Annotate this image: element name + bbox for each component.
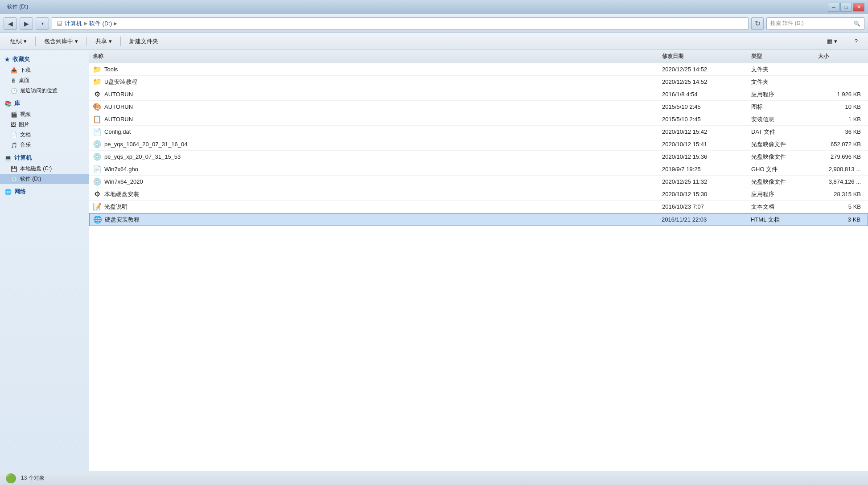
file-name: U盘安装教程: [104, 78, 137, 86]
file-type: 光盘映像文件: [748, 178, 815, 186]
sidebar-item-desktop[interactable]: 🖥 桌面: [0, 75, 89, 86]
back-button[interactable]: ◀: [4, 17, 17, 30]
file-date: 2016/10/23 7:07: [658, 203, 748, 210]
file-type: 安装信息: [748, 115, 815, 123]
sidebar-item-music[interactable]: 🎵 音乐: [0, 140, 89, 150]
file-size: 1,926 KB: [815, 91, 868, 98]
file-icon: 💿: [93, 152, 102, 161]
view-button[interactable]: ▦ ▾: [822, 35, 842, 48]
sidebar-header-computer[interactable]: 💻 计算机: [0, 152, 89, 164]
minimize-button[interactable]: ─: [828, 3, 839, 12]
documents-label: 文档: [20, 131, 31, 139]
table-row[interactable]: 💿pe_yqs_1064_20_07_31_16_042020/10/12 15…: [89, 138, 868, 151]
breadcrumb-dropdown[interactable]: ▶: [114, 21, 117, 26]
search-bar[interactable]: 搜索 软件 (D:) 🔍: [766, 17, 864, 30]
include-label: 包含到库中: [44, 37, 73, 45]
file-type: 应用程序: [748, 90, 815, 99]
sidebar-item-video[interactable]: 🎬 视频: [0, 109, 89, 119]
new-folder-button[interactable]: 新建文件夹: [124, 35, 163, 48]
search-placeholder: 搜索 软件 (D:): [770, 20, 804, 27]
table-row[interactable]: 📁Tools2020/12/25 14:52文件夹: [89, 63, 868, 76]
sidebar-header-favorites[interactable]: ★ 收藏夹: [0, 53, 89, 65]
table-row[interactable]: 🌐硬盘安装教程2016/11/21 22:03HTML 文档3 KB: [89, 213, 868, 226]
network-icon: 🌐: [4, 189, 12, 195]
sidebar-header-library[interactable]: 📚 库: [0, 98, 89, 109]
file-date: 2020/10/12 15:36: [658, 153, 748, 160]
breadcrumb[interactable]: 🖥 计算机 ▶ 软件 (D:) ▶: [52, 17, 749, 30]
sidebar-item-c-drive[interactable]: 💾 本地磁盘 (C:): [0, 164, 89, 174]
file-icon: 🌐: [93, 215, 102, 224]
statusbar: 🟢 13 个对象: [0, 471, 868, 485]
col-date[interactable]: 修改日期: [658, 53, 748, 60]
titlebar: 软件 (D:) ─ □ ✕: [0, 0, 868, 14]
breadcrumb-drive[interactable]: 软件 (D:): [89, 20, 112, 28]
c-drive-icon: 💾: [11, 166, 17, 172]
file-name: Win7x64.gho: [104, 166, 138, 173]
d-drive-icon: 💿: [11, 176, 17, 182]
sidebar: ★ 收藏夹 📥 下载 🖥 桌面 🕐 最近访问的位置 📚 库: [0, 50, 89, 471]
file-list-header: 名称 修改日期 类型 大小: [89, 50, 868, 63]
file-name: 硬盘安装教程: [105, 216, 140, 224]
table-row[interactable]: 📝光盘说明2016/10/23 7:07文本文档5 KB: [89, 201, 868, 213]
download-icon: 📥: [11, 67, 17, 74]
view-dropdown-icon: ▾: [834, 38, 837, 45]
file-date: 2016/1/8 4:54: [658, 91, 748, 98]
breadcrumb-computer[interactable]: 计算机: [65, 20, 82, 28]
table-row[interactable]: 💿Win7x64_20202020/12/25 11:32光盘映像文件3,874…: [89, 176, 868, 188]
file-type: HTML 文档: [747, 216, 814, 224]
file-name: pe_yqs_1064_20_07_31_16_04: [104, 141, 188, 148]
computer-label: 计算机: [14, 154, 32, 162]
file-date: 2016/11/21 22:03: [658, 216, 747, 223]
file-type: 文件夹: [748, 78, 815, 86]
table-row[interactable]: 📋AUTORUN2015/5/10 2:45安装信息1 KB: [89, 113, 868, 126]
file-icon: 🎨: [93, 103, 102, 111]
refresh-button[interactable]: ↻: [751, 17, 764, 30]
file-date: 2020/10/12 15:30: [658, 191, 748, 197]
table-row[interactable]: 📄Config.dat2020/10/12 15:42DAT 文件36 KB: [89, 126, 868, 138]
table-row[interactable]: 📁U盘安装教程2020/12/25 14:52文件夹: [89, 76, 868, 88]
sidebar-item-pictures[interactable]: 🖼 图片: [0, 119, 89, 130]
share-label: 共享: [95, 37, 107, 45]
table-row[interactable]: 🎨AUTORUN2015/5/10 2:45图标10 KB: [89, 101, 868, 113]
col-size[interactable]: 大小: [815, 53, 868, 60]
organize-button[interactable]: 组织 ▾: [5, 35, 32, 48]
table-row[interactable]: ⚙本地硬盘安装2020/10/12 15:30应用程序28,315 KB: [89, 188, 868, 201]
video-label: 视频: [20, 111, 31, 118]
table-row[interactable]: ⚙AUTORUN2016/1/8 4:54应用程序1,926 KB: [89, 88, 868, 101]
toolbar-separator-4: [846, 37, 846, 46]
file-name: Config.dat: [104, 128, 131, 135]
addressbar: ◀ ▶ ▾ 🖥 计算机 ▶ 软件 (D:) ▶ ↻ 搜索 软件 (D:) 🔍: [0, 14, 868, 33]
main-area: ★ 收藏夹 📥 下载 🖥 桌面 🕐 最近访问的位置 📚 库: [0, 50, 868, 471]
forward-button[interactable]: ▶: [20, 17, 33, 30]
toolbar-separator-3: [120, 37, 121, 46]
table-row[interactable]: 📄Win7x64.gho2019/9/7 19:25GHO 文件2,900,81…: [89, 163, 868, 176]
maximize-button[interactable]: □: [840, 3, 852, 12]
sidebar-item-documents[interactable]: 📄 文档: [0, 130, 89, 140]
file-icon: 📁: [93, 78, 102, 86]
col-name[interactable]: 名称: [89, 53, 658, 60]
share-button[interactable]: 共享 ▾: [91, 35, 117, 48]
sidebar-item-recent[interactable]: 🕐 最近访问的位置: [0, 86, 89, 96]
sidebar-header-network[interactable]: 🌐 网络: [0, 186, 89, 197]
file-type: 文件夹: [748, 66, 815, 74]
close-button[interactable]: ✕: [853, 3, 864, 12]
sidebar-section-network: 🌐 网络: [0, 186, 89, 197]
file-date: 2020/12/25 14:52: [658, 78, 748, 85]
file-area[interactable]: 名称 修改日期 类型 大小 📁Tools2020/12/25 14:52文件夹📁…: [89, 50, 868, 471]
help-button[interactable]: ?: [850, 35, 863, 48]
file-name: AUTORUN: [104, 91, 133, 98]
organize-label: 组织: [10, 37, 22, 45]
sidebar-section-favorites: ★ 收藏夹 📥 下载 🖥 桌面 🕐 最近访问的位置: [0, 53, 89, 96]
col-type[interactable]: 类型: [748, 53, 815, 60]
include-button[interactable]: 包含到库中 ▾: [39, 35, 83, 48]
sidebar-item-d-drive[interactable]: 💿 软件 (D:): [0, 174, 89, 184]
back-icon: ◀: [8, 20, 13, 27]
file-type: 应用程序: [748, 190, 815, 198]
file-name: AUTORUN: [104, 116, 133, 123]
sidebar-item-download[interactable]: 📥 下载: [0, 65, 89, 75]
table-row[interactable]: 💿pe_yqs_xp_20_07_31_15_532020/10/12 15:3…: [89, 151, 868, 163]
recent-button[interactable]: ▾: [36, 17, 49, 30]
recent-icon: 🕐: [11, 88, 17, 94]
refresh-icon: ↻: [755, 19, 761, 28]
file-date: 2020/10/12 15:41: [658, 141, 748, 148]
